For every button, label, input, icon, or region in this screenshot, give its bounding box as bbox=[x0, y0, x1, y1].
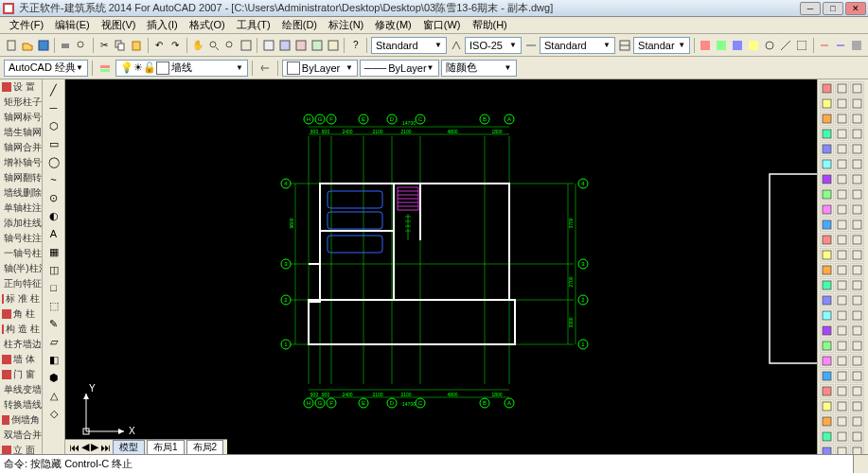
mod-tool-61[interactable] bbox=[835, 384, 849, 398]
mod-tool-33[interactable] bbox=[820, 248, 834, 262]
mod-tool-44[interactable] bbox=[850, 293, 864, 307]
mod-tool-68[interactable] bbox=[850, 414, 864, 429]
workspace-combo[interactable]: AutoCAD 经典▼ bbox=[4, 60, 88, 77]
mod-tool-70[interactable] bbox=[835, 429, 849, 444]
textstyle-combo[interactable]: Standard▼ bbox=[371, 37, 447, 54]
mod-tool-69[interactable] bbox=[820, 429, 834, 444]
tch-item-17[interactable]: 柱齐墙边 bbox=[0, 337, 42, 352]
mod-tool-6[interactable] bbox=[820, 112, 834, 126]
mod-tool-4[interactable] bbox=[835, 96, 849, 111]
mod-tool-22[interactable] bbox=[835, 187, 849, 201]
pan-button[interactable]: ✋ bbox=[190, 37, 204, 54]
mod-tool-27[interactable] bbox=[820, 218, 834, 232]
tab-layout2[interactable]: 布局2 bbox=[186, 440, 224, 454]
tab-model[interactable]: 模型 bbox=[113, 440, 145, 454]
mod-tool-45[interactable] bbox=[820, 308, 834, 323]
mod-tool-59[interactable] bbox=[850, 369, 864, 383]
tab-layout1[interactable]: 布局1 bbox=[147, 440, 185, 454]
mod-tool-66[interactable] bbox=[820, 414, 834, 429]
zoom-prev-button[interactable] bbox=[222, 37, 237, 54]
mod-tool-14[interactable] bbox=[850, 142, 864, 156]
draw-tool-2[interactable]: ⬡ bbox=[44, 117, 63, 134]
draw-tool-8[interactable]: A bbox=[44, 225, 63, 242]
mod-tool-34[interactable] bbox=[835, 248, 849, 262]
menu-window[interactable]: 窗口(W) bbox=[417, 18, 467, 32]
tch-item-0[interactable]: 设 置 bbox=[0, 79, 42, 95]
mod-tool-64[interactable] bbox=[835, 399, 849, 413]
mod-tool-67[interactable] bbox=[835, 414, 849, 429]
open-button[interactable] bbox=[20, 37, 34, 54]
tch-item-5[interactable]: 增补轴号 bbox=[0, 155, 42, 170]
mod-tool-63[interactable] bbox=[820, 399, 834, 413]
tch-item-1[interactable]: 矩形柱子 bbox=[0, 95, 42, 110]
mod-tool-25[interactable] bbox=[835, 202, 849, 217]
menu-modify[interactable]: 修改(M) bbox=[369, 18, 417, 32]
tab-nav-next-icon[interactable]: ▶ bbox=[91, 441, 98, 453]
tch-item-20[interactable]: 单线变墙 bbox=[0, 382, 42, 397]
layer-combo[interactable]: 💡 ☀ 🔓 墙线 ▼ bbox=[115, 60, 248, 77]
tch-item-7[interactable]: 墙线删除 bbox=[0, 185, 42, 201]
menu-tools[interactable]: 工具(T) bbox=[231, 18, 276, 32]
x4-button[interactable] bbox=[747, 37, 761, 54]
tch-item-12[interactable]: 轴(半)柱注 bbox=[0, 261, 42, 276]
tch-item-4[interactable]: 轴网合并 bbox=[0, 140, 42, 155]
draw-tool-11[interactable]: □ bbox=[44, 279, 63, 296]
mod-tool-51[interactable] bbox=[820, 339, 834, 353]
mod-tool-60[interactable] bbox=[820, 384, 834, 398]
mod-tool-50[interactable] bbox=[850, 324, 864, 338]
mod-tool-55[interactable] bbox=[835, 354, 849, 368]
mod-tool-53[interactable] bbox=[850, 339, 864, 353]
help-button[interactable]: ? bbox=[348, 37, 363, 54]
mod-tool-58[interactable] bbox=[835, 369, 849, 383]
mod-tool-15[interactable] bbox=[820, 157, 834, 171]
mod-tool-19[interactable] bbox=[835, 172, 849, 186]
tch-item-9[interactable]: 添加柱线 bbox=[0, 216, 42, 231]
close-button[interactable]: ✕ bbox=[845, 2, 866, 15]
cmd-scrollbar[interactable] bbox=[853, 455, 868, 473]
tch-item-15[interactable]: 角 柱 bbox=[0, 307, 42, 322]
minimize-button[interactable]: ─ bbox=[800, 2, 821, 15]
drawing-viewport[interactable]: HGFEDCBA HGFEDCBA 43214321 9009002400210… bbox=[65, 79, 817, 454]
save-button[interactable] bbox=[36, 37, 50, 54]
dc-button[interactable] bbox=[277, 37, 292, 54]
preview-button[interactable] bbox=[75, 37, 89, 54]
cut-button[interactable]: ✂ bbox=[97, 37, 112, 54]
dim-btn[interactable] bbox=[523, 37, 538, 54]
ssm-button[interactable] bbox=[310, 37, 324, 54]
draw-tool-9[interactable]: ▦ bbox=[44, 243, 63, 260]
mod-tool-12[interactable] bbox=[820, 142, 834, 156]
mod-tool-32[interactable] bbox=[850, 233, 864, 247]
mod-tool-13[interactable] bbox=[835, 142, 849, 156]
draw-tool-10[interactable]: ◫ bbox=[44, 261, 63, 278]
draw-tool-3[interactable]: ▭ bbox=[44, 135, 63, 152]
style-btn[interactable] bbox=[449, 37, 463, 54]
x6-button[interactable] bbox=[779, 37, 793, 54]
redo-button[interactable]: ↷ bbox=[168, 37, 183, 54]
menu-view[interactable]: 视图(V) bbox=[96, 18, 142, 32]
mod-tool-0[interactable] bbox=[820, 81, 834, 96]
mod-tool-47[interactable] bbox=[850, 308, 864, 323]
zoom-win-button[interactable] bbox=[239, 37, 253, 54]
mod-tool-18[interactable] bbox=[820, 172, 834, 186]
copy-button[interactable] bbox=[114, 37, 128, 54]
tab-nav-last-icon[interactable]: ⏭ bbox=[100, 442, 111, 453]
prop-button[interactable] bbox=[261, 37, 275, 54]
mod-tool-41[interactable] bbox=[850, 278, 864, 292]
mod-tool-49[interactable] bbox=[835, 324, 849, 338]
draw-tool-17[interactable]: △ bbox=[44, 387, 63, 404]
tch-item-21[interactable]: 转换墙线 bbox=[0, 397, 42, 412]
tab-nav-first-icon[interactable]: ⏮ bbox=[69, 442, 80, 453]
mod-tool-26[interactable] bbox=[850, 202, 864, 217]
mod-tool-9[interactable] bbox=[820, 127, 834, 141]
mod-tool-36[interactable] bbox=[820, 263, 834, 277]
mod-tool-38[interactable] bbox=[850, 263, 864, 277]
draw-tool-6[interactable]: ⊙ bbox=[44, 189, 63, 206]
x1-button[interactable] bbox=[699, 37, 713, 54]
zoom-button[interactable] bbox=[206, 37, 221, 54]
menu-dim[interactable]: 标注(N) bbox=[323, 18, 369, 32]
mod-tool-28[interactable] bbox=[835, 218, 849, 232]
mod-tool-37[interactable] bbox=[835, 263, 849, 277]
x10-button[interactable] bbox=[850, 37, 864, 54]
draw-tool-12[interactable]: ⬚ bbox=[44, 297, 63, 314]
mod-tool-35[interactable] bbox=[850, 248, 864, 262]
